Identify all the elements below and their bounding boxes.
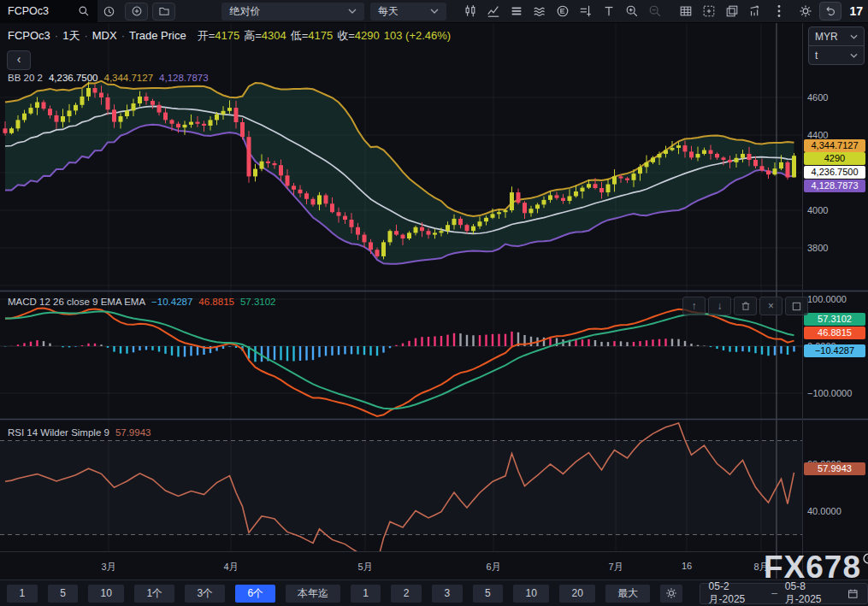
symbol-name: FCPOc3 — [8, 29, 50, 42]
copy-pages-icon — [725, 4, 739, 18]
undo-button[interactable] — [819, 2, 841, 21]
calendar-icon — [847, 588, 859, 599]
bar-chart-arrow-icon — [748, 4, 762, 18]
plus-circle-icon — [131, 5, 143, 17]
date-range-picker[interactable]: 05-2月-2025 – 05-8月-2025 — [700, 583, 868, 604]
time-history-button[interactable] — [97, 2, 121, 21]
symbol-search[interactable]: FCPOc3 — [0, 0, 97, 23]
range-button-14[interactable]: 最大值 — [605, 585, 650, 603]
rsi-value: 57.9943 — [115, 427, 151, 438]
bb-basis-value: 4,236.7500 — [49, 73, 98, 83]
symbol-info[interactable]: FCPOc3 · 1天 · MDX · Trade Price 开=4175 高… — [8, 28, 451, 44]
events-button[interactable] — [551, 2, 574, 21]
interval-dropdown[interactable]: 每天 — [370, 3, 446, 21]
symbol-series: Trade Price — [129, 29, 186, 42]
bb-lower-value: 4,128.7873 — [159, 73, 209, 83]
search-icon — [78, 5, 90, 17]
range-button-1[interactable]: 1天 — [7, 585, 38, 603]
layouts-folder-button[interactable] — [152, 3, 175, 21]
lines-stack-icon — [510, 4, 523, 18]
interval-value: 每天 — [378, 4, 399, 19]
range-settings-button[interactable] — [660, 585, 682, 603]
range-button-2[interactable]: 5天 — [48, 585, 79, 603]
unit-dropdown[interactable]: t — [809, 45, 864, 64]
chevron-down-icon — [850, 34, 858, 39]
macd-legend[interactable]: MACD 12 26 close 9 EMA EMA −10.4287 46.8… — [8, 297, 276, 307]
chevron-down-icon — [348, 9, 357, 14]
more-options-button[interactable] — [771, 2, 787, 21]
trash-icon — [741, 301, 751, 311]
range-button-10[interactable]: 3年 — [432, 585, 463, 603]
price-mode-dropdown[interactable]: 绝对价 — [221, 3, 364, 21]
range-button-4[interactable]: 1个月 — [134, 585, 174, 603]
range-button-11[interactable]: 5年 — [473, 585, 504, 603]
symbol-search-text: FCPOc3 — [8, 5, 49, 17]
unit-value: t — [815, 50, 818, 62]
text-tool-button[interactable] — [597, 2, 620, 21]
text-t-icon — [602, 4, 616, 18]
top-toolbar: FCPOc3 绝对价 每天 17 — [0, 0, 868, 23]
move-pane-down-button[interactable]: ↓ — [708, 297, 731, 315]
report-button[interactable] — [743, 2, 766, 21]
fx678-watermark: FX678 — [764, 550, 868, 585]
currency-dropdown[interactable]: MYR — [809, 27, 864, 45]
range-button-3[interactable]: 10天 — [88, 585, 124, 603]
range-button-9[interactable]: 2年 — [391, 585, 422, 603]
trading-chart-app: 4600440040003800100.00000.0000−100.00006… — [0, 0, 868, 606]
tradingview-logo[interactable]: 17 — [849, 4, 863, 18]
range-button-13[interactable]: 20年 — [559, 585, 595, 603]
undo-icon — [824, 5, 836, 17]
close-pane-button[interactable]: × — [759, 297, 782, 315]
table-view-button[interactable] — [674, 2, 697, 21]
expand-view-button[interactable] — [697, 2, 720, 21]
duplicate-button[interactable] — [720, 2, 743, 21]
bb-upper-value: 4,344.7127 — [103, 73, 153, 83]
close-value: 4290 — [355, 29, 380, 42]
legend-collapse-button[interactable]: ‹ — [7, 50, 31, 70]
indicator-chart-icon — [487, 4, 500, 18]
compare-button[interactable] — [528, 2, 551, 21]
macd-line-value: 46.8815 — [198, 297, 234, 307]
range-button-12[interactable]: 10年 — [513, 585, 549, 603]
move-pane-up-button[interactable]: ↑ — [682, 297, 706, 315]
gear-icon — [799, 4, 812, 18]
templates-button[interactable] — [505, 2, 528, 21]
currency-unit-selector: MYR t — [808, 26, 865, 65]
expand-plus-icon — [702, 4, 716, 18]
macd-hist-value: −10.4287 — [151, 297, 192, 307]
range-button-6[interactable]: 6个月 — [235, 585, 275, 603]
range-toolbar: 1天5天10天1个月3个月6个月本年迄今1年2年3年5年10年20年最大值 05… — [0, 580, 868, 606]
zoom-out-button[interactable] — [643, 2, 666, 21]
symbol-interval: 1天 — [62, 28, 80, 44]
folder-icon — [158, 5, 170, 17]
low-value: 4175 — [308, 29, 333, 42]
dots-vertical-icon — [777, 4, 781, 18]
chevron-down-icon — [850, 53, 858, 58]
delete-pane-button[interactable] — [734, 297, 757, 315]
rsi-legend[interactable]: RSI 14 Wilder Simple 9 57.9943 — [8, 427, 151, 438]
range-button-5[interactable]: 3个月 — [185, 585, 225, 603]
bb-legend[interactable]: BB 20 2 4,236.7500 4,344.7127 4,128.7873 — [8, 73, 209, 83]
waves-icon — [533, 4, 546, 18]
range-button-8[interactable]: 1年 — [351, 585, 381, 603]
symbol-exchange: MDX — [92, 29, 117, 42]
clock-badge-icon — [862, 552, 868, 565]
zoom-out-icon — [648, 4, 662, 18]
indicators-button[interactable] — [481, 2, 505, 21]
open-value: 4175 — [215, 29, 239, 42]
table-icon — [679, 4, 693, 18]
watermark-text: FX678 — [764, 550, 861, 585]
high-value: 4304 — [262, 29, 286, 42]
macd-signal-value: 57.3102 — [240, 297, 276, 307]
settings-button[interactable] — [794, 2, 817, 21]
zoom-in-button[interactable] — [620, 2, 643, 21]
change-value: 103 (+2.46%) — [384, 29, 451, 42]
price-mode-value: 绝对价 — [229, 4, 260, 19]
chart-style-button[interactable] — [458, 2, 481, 21]
maximize-pane-button[interactable] — [785, 297, 808, 315]
axis-settings-button[interactable] — [574, 2, 597, 21]
add-symbol-button[interactable] — [125, 3, 148, 21]
range-button-7[interactable]: 本年迄今 — [286, 585, 340, 603]
maximize-icon — [792, 302, 801, 311]
align-plus-icon — [579, 4, 593, 18]
